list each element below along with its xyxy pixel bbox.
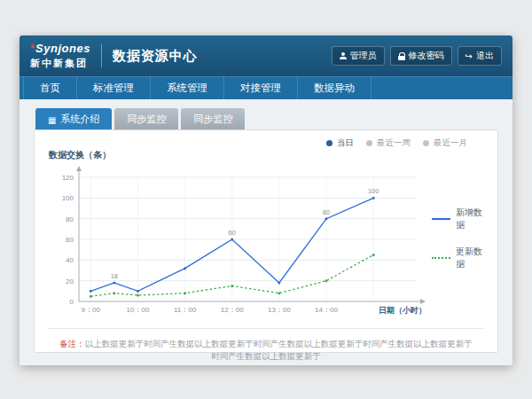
svg-text:18: 18 xyxy=(111,272,118,280)
tab-sync-monitor-2-label: 同步监控 xyxy=(193,113,232,126)
nav-item-home[interactable]: 首页 xyxy=(23,76,77,99)
admin-user-button[interactable]: 管理员 xyxy=(332,46,385,66)
svg-text:100: 100 xyxy=(62,194,74,202)
chart-row: 0204060801001209：0010：0011：0012：0013：001… xyxy=(45,161,487,328)
legend-label-new-data: 新增数据 xyxy=(456,207,487,231)
lock-icon xyxy=(398,52,405,60)
grid-icon xyxy=(48,114,56,125)
app-title: 数据资源中心 xyxy=(113,48,198,65)
svg-text:13：00: 13：00 xyxy=(268,306,291,314)
nav-item-data-changes[interactable]: 数据异动 xyxy=(298,76,372,99)
app-window: * Synjones 新中新集团 数据资源中心 管理员 修改密码 退出 xyxy=(20,35,512,365)
admin-user-label: 管理员 xyxy=(350,50,377,62)
series-legend: 新增数据 更新数据 xyxy=(432,207,487,270)
synjones-logo: * Synjones 新中新集团 xyxy=(30,43,90,70)
svg-text:120: 120 xyxy=(62,174,74,182)
range-option-last-month[interactable]: 最近一月 xyxy=(423,137,467,149)
legend-item-updated-data[interactable]: 更新数据 xyxy=(432,246,487,270)
svg-text:10：00: 10：00 xyxy=(127,306,150,314)
svg-text:100: 100 xyxy=(368,187,379,195)
legend-label-updated-data: 更新数据 xyxy=(456,246,487,270)
range-label-today: 当日 xyxy=(337,137,354,149)
logout-button[interactable]: 退出 xyxy=(458,46,502,66)
change-password-label: 修改密码 xyxy=(409,50,444,62)
logout-icon xyxy=(466,51,473,61)
svg-text:80: 80 xyxy=(66,215,74,223)
svg-text:日期（小时）: 日期（小时） xyxy=(379,306,426,315)
tab-sync-monitor-1-label: 同步监控 xyxy=(127,113,166,126)
tab-sync-monitor-1[interactable]: 同步监控 xyxy=(114,108,178,129)
svg-text:14：00: 14：00 xyxy=(315,306,338,314)
legend-line-updated-data xyxy=(432,257,450,259)
range-dot-last-week xyxy=(366,140,372,146)
svg-text:80: 80 xyxy=(323,208,330,216)
svg-text:9：00: 9：00 xyxy=(82,306,101,314)
svg-text:0: 0 xyxy=(70,298,74,306)
range-label-last-month: 最近一月 xyxy=(434,137,467,149)
range-option-last-week[interactable]: 最近一周 xyxy=(366,137,411,149)
nav-item-standard-mgmt[interactable]: 标准管理 xyxy=(77,76,151,99)
svg-text:20: 20 xyxy=(66,278,74,286)
range-dot-last-month xyxy=(423,140,429,146)
footnote-prefix: 备注： xyxy=(59,339,85,348)
user-actions: 管理员 修改密码 退出 xyxy=(332,46,502,66)
logo-star-icon: * xyxy=(30,43,35,54)
app-header: * Synjones 新中新集团 数据资源中心 管理员 修改密码 退出 xyxy=(20,35,512,76)
footnote-text: 以上数据更新于时间产生数据以上数据更新于时间产生数据以上数据更新于时间产生数据以… xyxy=(85,339,473,361)
tab-bar: 系统介绍 同步监控 同步监控 xyxy=(34,108,498,129)
range-legend: 当日 最近一周 最近一月 xyxy=(45,136,487,149)
user-icon xyxy=(340,52,347,59)
footnote: 备注：以上数据更新于时间产生数据以上数据更新于时间产生数据以上数据更新于时间产生… xyxy=(45,329,487,364)
range-option-today[interactable]: 当日 xyxy=(326,137,354,149)
chart-panel: 当日 最近一周 最近一月 数据交换（条） 0204060801001209：00… xyxy=(34,129,498,353)
tab-sync-monitor-2[interactable]: 同步监控 xyxy=(181,108,245,129)
svg-text:40: 40 xyxy=(66,256,74,264)
range-label-last-week: 最近一周 xyxy=(377,137,411,149)
brand-divider xyxy=(101,44,102,67)
brand: * Synjones 新中新集团 数据资源中心 xyxy=(30,43,198,70)
nav-item-system-mgmt[interactable]: 系统管理 xyxy=(151,76,224,99)
change-password-button[interactable]: 修改密码 xyxy=(390,46,452,66)
svg-text:60: 60 xyxy=(66,236,74,244)
logo-text: Synjones xyxy=(35,43,90,54)
tab-system-intro[interactable]: 系统介绍 xyxy=(35,108,112,129)
line-chart: 0204060801001209：0010：0011：0012：0013：001… xyxy=(45,161,428,328)
logo-subtext: 新中新集团 xyxy=(30,57,90,70)
range-dot-today xyxy=(326,140,332,146)
content-area: 系统介绍 同步监控 同步监控 当日 最近一周 xyxy=(20,99,512,365)
main-nav: 首页 标准管理 系统管理 对接管理 数据异动 xyxy=(20,76,512,99)
tab-system-intro-label: 系统介绍 xyxy=(60,113,99,126)
y-axis-title: 数据交换（条） xyxy=(49,149,487,161)
svg-text:11：00: 11：00 xyxy=(174,306,197,314)
legend-line-new-data xyxy=(432,218,450,220)
svg-text:12：00: 12：00 xyxy=(221,306,244,314)
nav-item-connection-mgmt[interactable]: 对接管理 xyxy=(224,76,298,99)
logout-label: 退出 xyxy=(476,50,494,62)
svg-text:60: 60 xyxy=(229,229,236,237)
legend-item-new-data[interactable]: 新增数据 xyxy=(432,207,487,231)
